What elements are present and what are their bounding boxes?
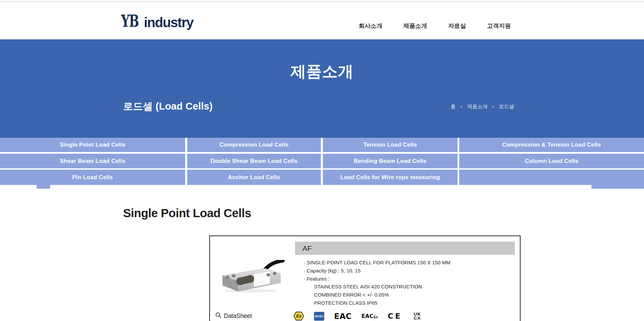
cert-atex-icon: Ex xyxy=(293,311,304,321)
nav-item[interactable]: 회사소개 xyxy=(359,22,383,30)
product-card: AF · SINGLE-POINT LOAD CELL FOR PLATFORM… xyxy=(209,235,521,321)
datasheet-label: DataSheet xyxy=(224,313,252,320)
search-icon xyxy=(215,312,221,320)
cert-eacex-icon: EACEx xyxy=(362,313,378,319)
nav-item[interactable]: 고객지원 xyxy=(487,22,511,30)
cert-ce-icon: CE xyxy=(388,312,402,320)
nav-item[interactable]: 자료실 xyxy=(448,22,466,30)
product-image xyxy=(215,260,285,293)
category-button[interactable]: Shear Beam Load Cells xyxy=(0,154,185,168)
cert-ukca-icon: UKCA xyxy=(412,312,422,320)
grid-fragment-right xyxy=(591,185,644,189)
category-button[interactable]: Column Load Cells xyxy=(459,154,644,168)
spec-line: · SINGLE-POINT LOAD CELL FOR PLATFORMS 1… xyxy=(304,259,450,267)
category-button[interactable]: Tension Load Cells xyxy=(323,138,457,152)
category-button[interactable]: Compression & Tension Load Cells xyxy=(459,138,644,152)
product-specs: · SINGLE-POINT LOAD CELL FOR PLATFORMS 1… xyxy=(304,259,450,307)
category-button[interactable]: Load Cells for Wire rope measuring xyxy=(323,170,457,185)
spec-line: · Features : xyxy=(304,275,450,283)
category-cell-empty xyxy=(459,170,644,185)
spec-line: · Capacity (kg) : 5, 10, 15 xyxy=(304,267,450,275)
category-row: Pin Load CellsAnchor Load CellsLoad Cell… xyxy=(0,170,644,185)
spec-line: STAINLESS STEEL AISI 420 CONSTRUCTION xyxy=(304,283,450,291)
breadcrumb: 홈>제품소개>로드셀 xyxy=(451,103,514,110)
category-button[interactable]: Double Shear Beam Load Cells xyxy=(187,154,321,168)
section-heading: Single Point Load Cells xyxy=(123,206,251,220)
category-button[interactable]: Anchor Load Cells xyxy=(187,170,321,185)
category-grid: Single Point Load CellsCompression Load … xyxy=(0,138,644,185)
nav-item[interactable]: 제품소개 xyxy=(404,22,427,30)
category-button[interactable]: Compression Load Cells xyxy=(187,138,321,152)
page-title: 제품소개 xyxy=(0,39,644,82)
datasheet-link[interactable]: DataSheet xyxy=(215,312,252,320)
hero-banner: 제품소개 로드셀 (Load Cells) 홈>제품소개>로드셀 xyxy=(0,39,644,138)
breadcrumb-item[interactable]: 홈 xyxy=(451,103,456,110)
product-model: AF xyxy=(303,244,312,252)
main-nav: 회사소개제품소개자료실고객지원 xyxy=(359,22,511,30)
breadcrumb-item[interactable]: 로드셀 xyxy=(499,103,514,110)
category-button[interactable]: Bending Beam Load Cells xyxy=(323,154,457,168)
certification-row: ExIECExEACEACExCEUKCA xyxy=(293,311,422,321)
svg-text:Ex: Ex xyxy=(296,314,301,319)
category-row: Shear Beam Load CellsDouble Shear Beam L… xyxy=(0,154,644,168)
chevron-right-icon: > xyxy=(460,104,463,109)
logo-yb: YB xyxy=(121,13,139,30)
product-title-bar: AF xyxy=(295,242,515,255)
category-button[interactable]: Single Point Load Cells xyxy=(0,138,185,152)
grid-fragment-left xyxy=(37,185,50,189)
category-row: Single Point Load CellsCompression Load … xyxy=(0,138,644,152)
load-cell-photo-icon xyxy=(215,260,285,293)
top-border xyxy=(0,1,644,2)
cert-iecex-icon: IECEx xyxy=(314,312,324,321)
breadcrumb-item[interactable]: 제품소개 xyxy=(467,103,487,110)
chevron-right-icon: > xyxy=(492,104,494,109)
spec-line: COMBINED ERROR < +/- 0.05% xyxy=(304,291,450,299)
logo-industry: industry xyxy=(144,16,193,29)
category-button[interactable]: Pin Load Cells xyxy=(0,170,185,185)
hero-subrow: 로드셀 (Load Cells) 홈>제품소개>로드셀 xyxy=(123,100,514,113)
cert-eac-icon: EAC xyxy=(334,312,352,321)
logo[interactable]: YB industry xyxy=(121,14,193,30)
hero-subtitle: 로드셀 (Load Cells) xyxy=(123,100,213,113)
spec-line: PROTECTION CLASS IP65 xyxy=(304,299,450,307)
